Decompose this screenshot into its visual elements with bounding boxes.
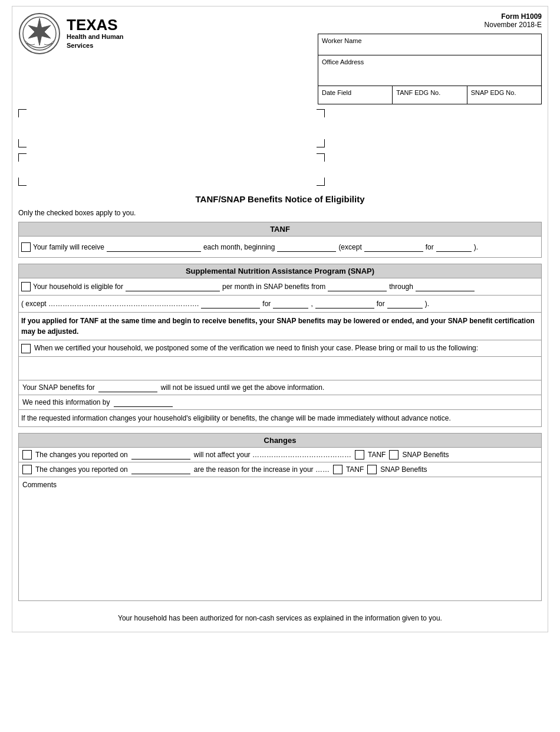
tanf-row1-for: for (426, 243, 434, 251)
edg-row: Date Field TANF EDG No. SNAP EDG No. (318, 86, 541, 104)
tanf-amount-field[interactable] (107, 242, 201, 252)
logo-text: TEXAS Health and Human Services (67, 17, 124, 51)
snap-bold-notice: If you applied for TANF at the same time… (18, 313, 542, 340)
snap-from-field[interactable] (328, 282, 387, 291)
changes-section: Changes The changes you reported on will… (18, 433, 542, 601)
changes-row1: The changes you reported on will not aff… (18, 448, 542, 462)
subtitle: Only the checked boxes apply to you. (18, 209, 542, 217)
changes-row2-prefix: The changes you reported on (35, 465, 128, 474)
changes-checkbox1[interactable] (22, 450, 32, 459)
snap-info-by-row: We need this information by (18, 395, 542, 410)
form-number-area: Form H1009 November 2018-E (485, 12, 542, 29)
office-address-label: Office Address (322, 58, 364, 65)
changes-row2-mid: are the reason for the increase in your … (194, 465, 330, 474)
hhs-line1: Health and Human (67, 32, 124, 41)
svg-marker-2 (28, 18, 51, 45)
snap-amount-field[interactable] (126, 282, 220, 291)
form-number: Form H1009 (485, 12, 542, 21)
snap-row1-mid: per month in SNAP benefits from (222, 283, 325, 291)
snap-checkbox[interactable] (21, 282, 31, 291)
hhs-line2: Services (67, 41, 124, 50)
snap-header: Supplemental Nutrition Assistance Progra… (18, 264, 542, 278)
snap-row2-end: ). (425, 300, 429, 308)
main-title: TANF/SNAP Benefits Notice of Eligibility (18, 194, 542, 204)
address-box-1 (18, 109, 325, 147)
texas-label: TEXAS (67, 17, 124, 32)
tanf-except-field[interactable] (364, 242, 423, 252)
tanf-checkbox[interactable] (21, 242, 31, 252)
snap-benefits-mid-label: will not be issued until we get the abov… (161, 383, 325, 392)
tanf-section: TANF Your family will receive each month… (18, 222, 542, 258)
worker-info-box: Worker Name Office Address Date Field TA… (318, 34, 542, 104)
snap-edg-col: SNAP EDG No. (467, 86, 541, 104)
snap-except-field[interactable] (201, 299, 260, 308)
tanf-beginning-field[interactable] (277, 242, 336, 252)
changes-date2-field[interactable] (131, 465, 190, 474)
logo-area: TEXAS Health and Human Services (18, 12, 195, 55)
changes-tanf-label1: TANF (368, 451, 386, 459)
address-box-2 (18, 153, 325, 186)
tanf-edg-col: TANF EDG No. (393, 86, 467, 104)
snap-verification-label: When we certified your household, we pos… (34, 343, 478, 353)
changes-snap-checkbox1[interactable] (389, 450, 398, 459)
changes-tanf-checkbox1[interactable] (355, 450, 364, 459)
snap-for2-val-field[interactable] (387, 299, 423, 308)
texas-seal (18, 12, 61, 55)
snap-for2-field[interactable] (315, 299, 374, 308)
snap-through-field[interactable] (416, 282, 475, 291)
changes-tanf-checkbox2[interactable] (333, 465, 342, 474)
snap-info-change: If the requested information changes you… (18, 410, 542, 427)
changes-row2: The changes you reported on are the reas… (18, 462, 542, 477)
snap-row2: ( except ………………………………………………………. for , fo… (18, 296, 542, 313)
snap-row2-comma: , (311, 300, 312, 308)
form-date: November 2018-E (485, 21, 542, 29)
office-address-row: Office Address (318, 55, 541, 86)
worker-name-row: Worker Name (318, 34, 541, 55)
changes-checkbox2[interactable] (22, 465, 32, 474)
footer-text: Your household has been authorized for n… (118, 614, 442, 622)
we-need-label: We need this information by (22, 398, 110, 406)
snap-row1: Your household is eligible for per month… (18, 278, 542, 296)
comments-label: Comments (22, 481, 538, 489)
snap-row2-for2: for (377, 300, 385, 308)
snap-verification-row: When we certified your household, we pos… (18, 340, 542, 357)
date-field-label: Date Field (322, 89, 351, 96)
changes-snap-checkbox2[interactable] (367, 465, 377, 474)
tanf-row1-prefix: Your family will receive (33, 243, 104, 251)
changes-row1-prefix: The changes you reported on (35, 451, 128, 459)
tanf-row1-end: ). (474, 243, 478, 251)
comments-box: Comments (18, 477, 542, 601)
changes-tanf-label2: TANF (346, 465, 364, 474)
snap-row2-except: ( except ………………………………………………………. (21, 300, 199, 308)
changes-header: Changes (18, 433, 542, 448)
changes-date1-field[interactable] (131, 450, 190, 459)
snap-row1-through: through (389, 283, 413, 291)
changes-snap-label2: SNAP Benefits (380, 465, 427, 474)
tanf-for-field[interactable] (436, 242, 472, 252)
snap-benefits-month-field[interactable] (98, 383, 157, 392)
tanf-row1-except: (except (338, 243, 361, 251)
snap-for-field[interactable] (273, 299, 308, 308)
snap-row2-for: for (262, 300, 271, 308)
snap-verification-list-area (18, 357, 542, 380)
changes-row1-mid: will not affect your …………………………………… (194, 451, 351, 459)
snap-benefits-row: Your SNAP benefits for will not be issue… (18, 380, 542, 395)
snap-verify-checkbox[interactable] (21, 344, 31, 353)
tanf-edg-label: TANF EDG No. (396, 89, 440, 96)
date-field-col: Date Field (318, 86, 393, 104)
snap-section: Supplemental Nutrition Assistance Progra… (18, 264, 542, 427)
snap-row1-prefix: Your household is eligible for (33, 283, 123, 291)
tanf-header: TANF (18, 222, 542, 237)
footer: Your household has been authorized for n… (18, 610, 542, 626)
worker-name-label: Worker Name (322, 37, 362, 44)
we-need-field[interactable] (114, 398, 173, 407)
tanf-row1: Your family will receive each month, beg… (18, 237, 542, 258)
tanf-row1-mid: each month, beginning (203, 243, 275, 251)
changes-snap-label1: SNAP Benefits (402, 451, 449, 459)
snap-benefits-for-label: Your SNAP benefits for (22, 383, 95, 392)
snap-edg-label: SNAP EDG No. (471, 89, 516, 96)
